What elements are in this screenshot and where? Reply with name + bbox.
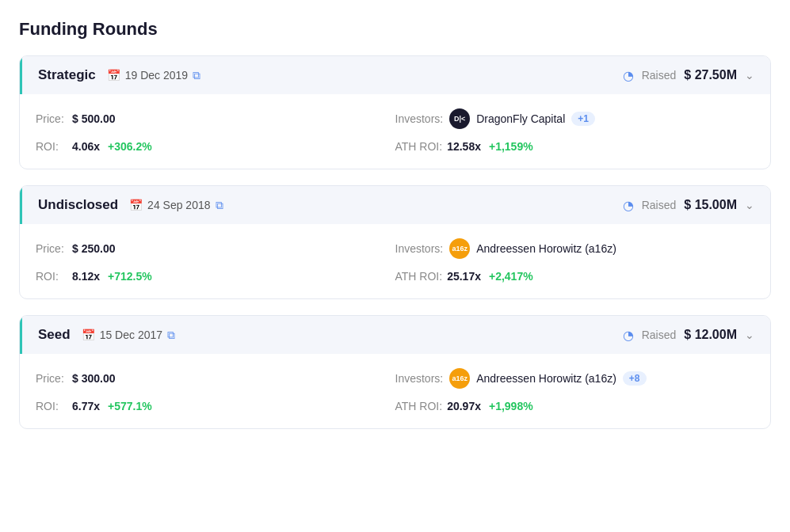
roi-value: 8.12x	[72, 270, 100, 283]
coin-icon: ◔	[623, 68, 634, 83]
round-header-right: ◔ Raised $ 12.00M ⌄	[623, 328, 754, 343]
investor-name: DragonFly Capital	[476, 112, 565, 125]
raised-label: Raised	[642, 199, 677, 211]
chevron-down-icon[interactable]: ⌄	[745, 69, 754, 82]
investor-avatar: D|<	[449, 108, 470, 129]
round-header-right: ◔ Raised $ 15.00M ⌄	[623, 198, 754, 213]
round-date: 24 Sep 2018	[147, 199, 210, 211]
round-date: 15 Dec 2017	[100, 329, 162, 341]
investor-avatar: a16z	[449, 368, 470, 389]
roi-positive: +577.1%	[108, 400, 152, 412]
price-row: Price: $ 250.00	[36, 238, 395, 259]
calendar-icon: 📅	[129, 199, 143, 211]
round-body: Price: $ 300.00 Investors: a16z Andreess…	[20, 354, 770, 428]
price-label: Price:	[36, 112, 67, 125]
investor-badge[interactable]: +1	[571, 112, 595, 126]
page-title: Funding Rounds	[19, 19, 771, 40]
ath-roi-value: 20.97x	[447, 400, 481, 412]
ath-roi-value: 25.17x	[447, 270, 481, 283]
ath-roi-label: ATH ROI:	[395, 270, 443, 283]
chevron-down-icon[interactable]: ⌄	[745, 329, 754, 341]
ath-roi-positive: +1,998%	[489, 400, 533, 412]
external-link-icon[interactable]: ⧉	[193, 69, 200, 82]
investors-label: Investors:	[395, 242, 444, 255]
round-date: 19 Dec 2019	[125, 69, 188, 82]
external-link-icon[interactable]: ⧉	[167, 329, 175, 342]
roi-row: ROI: 6.77x +577.1%	[36, 400, 395, 412]
roi-label: ROI:	[36, 140, 67, 153]
round-header-seed: Seed 📅 15 Dec 2017 ⧉ ◔ Raised $ 12.00M ⌄	[20, 316, 770, 354]
roi-value: 4.06x	[72, 140, 100, 153]
roi-row: ROI: 4.06x +306.2%	[36, 140, 395, 153]
round-date-wrapper: 📅 15 Dec 2017 ⧉	[82, 329, 175, 342]
raised-amount: $ 15.00M	[684, 198, 737, 212]
round-date-wrapper: 📅 24 Sep 2018 ⧉	[129, 199, 223, 212]
round-date-wrapper: 📅 19 Dec 2019 ⧉	[107, 69, 200, 82]
external-link-icon[interactable]: ⧉	[216, 199, 223, 212]
round-card-undisclosed: Undisclosed 📅 24 Sep 2018 ⧉ ◔ Raised $ 1…	[19, 185, 771, 299]
investors-label: Investors:	[395, 372, 444, 385]
ath-roi-row: ATH ROI: 12.58x +1,159%	[395, 140, 755, 153]
investors-row: Investors: a16z Andreessen Horowitz (a16…	[395, 238, 755, 259]
chevron-down-icon[interactable]: ⌄	[745, 199, 754, 211]
round-type: Strategic	[38, 67, 96, 83]
raised-label: Raised	[642, 69, 677, 82]
ath-roi-positive: +1,159%	[489, 140, 533, 153]
investors-label: Investors:	[395, 112, 444, 125]
ath-roi-label: ATH ROI:	[395, 400, 443, 412]
ath-roi-positive: +2,417%	[489, 270, 533, 283]
investor-badge[interactable]: +8	[623, 371, 647, 386]
ath-roi-row: ATH ROI: 20.97x +1,998%	[395, 400, 755, 412]
price-row: Price: $ 300.00	[36, 368, 395, 389]
calendar-icon: 📅	[82, 329, 95, 341]
round-type: Seed	[38, 327, 71, 343]
raised-amount: $ 27.50M	[684, 68, 737, 82]
round-header-right: ◔ Raised $ 27.50M ⌄	[623, 68, 754, 83]
price-value: $ 250.00	[72, 242, 116, 255]
roi-row: ROI: 8.12x +712.5%	[36, 270, 395, 283]
raised-amount: $ 12.00M	[684, 328, 737, 342]
roi-value: 6.77x	[72, 400, 100, 412]
roi-label: ROI:	[36, 400, 67, 412]
round-type: Undisclosed	[38, 197, 118, 213]
ath-roi-label: ATH ROI:	[395, 140, 443, 153]
roi-label: ROI:	[36, 270, 67, 283]
investors-row: Investors: a16z Andreessen Horowitz (a16…	[395, 368, 755, 389]
round-header-left: Undisclosed 📅 24 Sep 2018 ⧉	[38, 197, 223, 213]
round-card-seed: Seed 📅 15 Dec 2017 ⧉ ◔ Raised $ 12.00M ⌄…	[19, 315, 771, 429]
raised-label: Raised	[642, 329, 677, 341]
price-value: $ 500.00	[72, 112, 116, 125]
round-header-strategic: Strategic 📅 19 Dec 2019 ⧉ ◔ Raised $ 27.…	[20, 56, 770, 94]
calendar-icon: 📅	[107, 69, 120, 82]
roi-positive: +306.2%	[108, 140, 152, 153]
price-row: Price: $ 500.00	[36, 108, 395, 129]
investor-avatar: a16z	[449, 238, 470, 259]
roi-positive: +712.5%	[108, 270, 152, 283]
price-value: $ 300.00	[72, 372, 116, 385]
investor-name: Andreessen Horowitz (a16z)	[476, 372, 616, 385]
coin-icon: ◔	[623, 328, 634, 343]
ath-roi-row: ATH ROI: 25.17x +2,417%	[395, 270, 755, 283]
round-header-left: Strategic 📅 19 Dec 2019 ⧉	[38, 67, 200, 83]
round-header-undisclosed: Undisclosed 📅 24 Sep 2018 ⧉ ◔ Raised $ 1…	[20, 186, 770, 224]
price-label: Price:	[36, 372, 67, 385]
investors-row: Investors: D|< DragonFly Capital +1	[395, 108, 755, 129]
price-label: Price:	[36, 242, 67, 255]
round-body: Price: $ 500.00 Investors: D|< DragonFly…	[20, 94, 770, 169]
ath-roi-value: 12.58x	[447, 140, 481, 153]
round-card-strategic: Strategic 📅 19 Dec 2019 ⧉ ◔ Raised $ 27.…	[19, 55, 771, 169]
investor-name: Andreessen Horowitz (a16z)	[476, 242, 616, 255]
round-header-left: Seed 📅 15 Dec 2017 ⧉	[38, 327, 175, 343]
coin-icon: ◔	[623, 198, 634, 213]
round-body: Price: $ 250.00 Investors: a16z Andreess…	[20, 224, 770, 298]
